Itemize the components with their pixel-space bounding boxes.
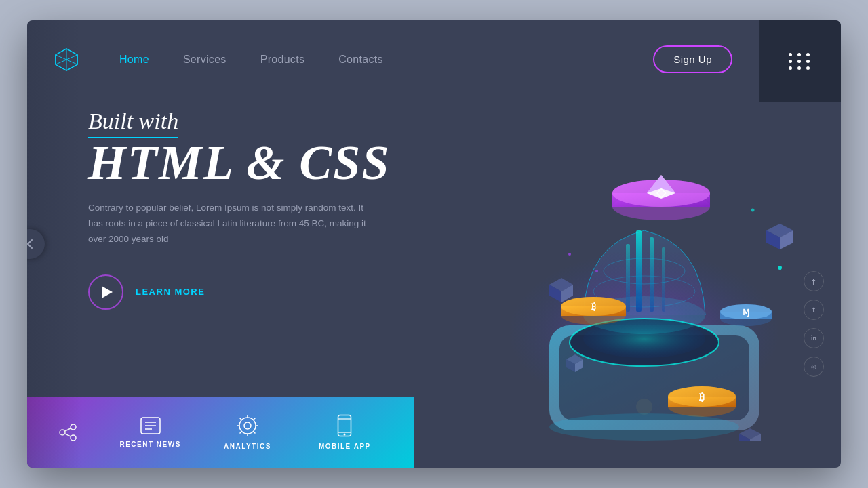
share-icon bbox=[58, 423, 77, 442]
facebook-icon[interactable]: f bbox=[804, 271, 824, 291]
svg-text:₿: ₿ bbox=[699, 392, 705, 403]
svg-text:◇: ◇ bbox=[656, 186, 667, 199]
linkedin-icon[interactable]: in bbox=[804, 328, 824, 348]
social-icons: f t in ◎ bbox=[804, 271, 824, 377]
bottom-item-analytics[interactable]: ANALYTICS bbox=[199, 414, 296, 450]
svg-line-61 bbox=[65, 434, 71, 436]
learn-more-link[interactable]: LEARN MORE bbox=[136, 287, 205, 297]
share-icon-container[interactable] bbox=[47, 423, 88, 442]
cta-row: LEARN MORE bbox=[88, 274, 468, 310]
svg-rect-15 bbox=[650, 237, 654, 312]
svg-point-56 bbox=[549, 413, 739, 441]
svg-point-57 bbox=[71, 424, 76, 430]
svg-text:₿: ₿ bbox=[591, 302, 596, 312]
bottom-item-mobile-app[interactable]: MOBILE APP bbox=[296, 414, 393, 450]
instagram-icon[interactable]: ◎ bbox=[804, 357, 824, 377]
nav-contacts[interactable]: Contacts bbox=[338, 54, 383, 66]
svg-line-60 bbox=[65, 428, 71, 431]
hero-section: Built with HTML & CSS Contrary to popula… bbox=[88, 108, 468, 310]
svg-line-75 bbox=[239, 432, 241, 434]
left-arrow-button[interactable] bbox=[27, 229, 45, 259]
corner-menu-box[interactable] bbox=[760, 20, 841, 102]
svg-line-72 bbox=[239, 418, 241, 420]
nav-services-link[interactable]: Services bbox=[183, 54, 226, 65]
bottom-bar: RECENT NEWS ANALYTICS bbox=[27, 396, 414, 468]
mobile-app-label: MOBILE APP bbox=[319, 443, 371, 450]
svg-point-67 bbox=[244, 422, 251, 429]
svg-text:Ɱ: Ɱ bbox=[743, 308, 749, 317]
nav-products-link[interactable]: Products bbox=[260, 54, 305, 65]
nav-contacts-link[interactable]: Contacts bbox=[338, 54, 383, 65]
nav-services[interactable]: Services bbox=[183, 54, 226, 66]
hero-title: HTML & CSS bbox=[88, 138, 468, 187]
svg-line-74 bbox=[253, 418, 255, 420]
crypto-svg: ◇ ₿ ₿ Ɱ bbox=[461, 75, 814, 441]
svg-point-58 bbox=[60, 430, 65, 435]
nav-products[interactable]: Products bbox=[260, 54, 305, 66]
bottom-item-recent-news[interactable]: RECENT NEWS bbox=[102, 416, 199, 448]
recent-news-icon bbox=[140, 416, 161, 435]
svg-point-52 bbox=[778, 266, 782, 270]
svg-point-55 bbox=[595, 270, 598, 272]
hero-description: Contrary to popular belief, Lorem Ipsum … bbox=[88, 201, 373, 247]
svg-point-66 bbox=[239, 418, 256, 434]
svg-point-7 bbox=[636, 399, 652, 415]
play-button[interactable] bbox=[88, 274, 123, 310]
main-screen: Home Services Products Contacts Sign Up … bbox=[27, 20, 841, 468]
grid-dots bbox=[789, 53, 812, 70]
svg-rect-17 bbox=[662, 247, 665, 312]
svg-point-59 bbox=[71, 435, 76, 441]
twitter-icon[interactable]: t bbox=[804, 300, 824, 320]
hero-image: ◇ ₿ ₿ Ɱ bbox=[461, 75, 814, 441]
navbar: Home Services Products Contacts Sign Up bbox=[27, 20, 760, 98]
svg-rect-16 bbox=[626, 244, 630, 312]
nav-home[interactable]: Home bbox=[119, 54, 149, 66]
svg-rect-14 bbox=[636, 230, 642, 312]
signup-button[interactable]: Sign Up bbox=[653, 45, 732, 73]
logo-icon bbox=[54, 47, 79, 72]
analytics-icon bbox=[236, 414, 259, 437]
svg-point-53 bbox=[568, 253, 571, 256]
recent-news-label: RECENT NEWS bbox=[119, 441, 180, 448]
hero-subtitle: Built with bbox=[88, 108, 178, 138]
nav-home-link[interactable]: Home bbox=[119, 54, 149, 65]
analytics-label: ANALYTICS bbox=[224, 443, 271, 450]
nav-links: Home Services Products Contacts bbox=[119, 54, 653, 66]
svg-rect-76 bbox=[338, 415, 351, 436]
svg-point-54 bbox=[751, 209, 755, 212]
mobile-app-icon bbox=[337, 414, 352, 437]
play-icon bbox=[102, 286, 113, 298]
svg-line-73 bbox=[253, 432, 255, 434]
svg-point-79 bbox=[344, 434, 346, 436]
